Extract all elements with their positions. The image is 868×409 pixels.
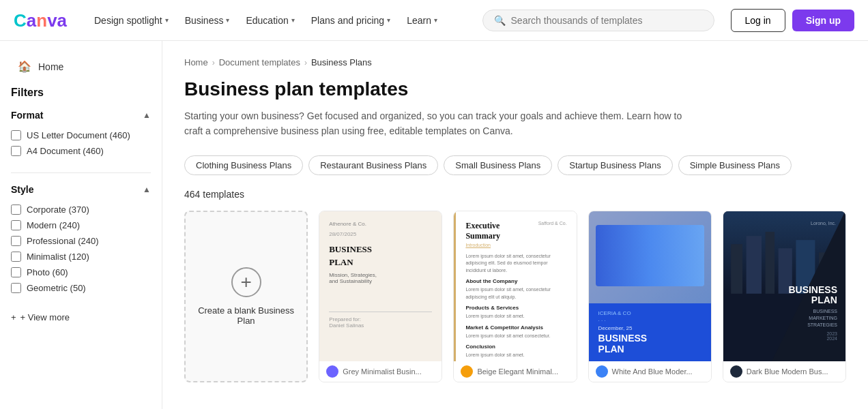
main-layout: 🏠 Home Filters Format ▲ US Letter Docume… (0, 41, 868, 409)
nav-education[interactable]: Education ▾ (239, 11, 301, 30)
svg-rect-1 (731, 244, 742, 294)
template-preview-1: Athenore & Co. 28/07/2025 BUSINESS PLAN … (319, 211, 442, 361)
filter-option-geometric[interactable]: Geometric (50) (11, 280, 151, 296)
style-filter-section: Style ▲ Corporate (370) Modern (240) Pro… (11, 184, 151, 296)
breadcrumb-home[interactable]: Home (184, 57, 208, 67)
template-avatar-3 (596, 365, 608, 378)
filter-label-photo: Photo (60) (27, 267, 68, 277)
nav-plans-pricing[interactable]: Plans and pricing ▾ (304, 11, 397, 30)
tag-startup[interactable]: Startup Business Plans (558, 155, 672, 175)
search-icon: 🔍 (494, 15, 506, 26)
preview-company-1: Athenore & Co. (329, 221, 432, 227)
chevron-down-icon: ▾ (226, 16, 229, 24)
signup-button[interactable]: Sign up (792, 10, 854, 31)
home-icon: 🏠 (18, 60, 31, 73)
sidebar: 🏠 Home Filters Format ▲ US Letter Docume… (0, 41, 162, 409)
svg-rect-2 (746, 236, 761, 294)
breadcrumb-sep-1: › (212, 58, 215, 67)
filter-option-a4[interactable]: A4 Document (460) (11, 143, 151, 159)
template-footer-2: Beige Elegant Minimal... (454, 361, 576, 382)
template-count: 464 templates (184, 189, 846, 200)
tag-clothing[interactable]: Clothing Business Plans (184, 155, 303, 175)
filter-option-us-letter[interactable]: US Letter Document (460) (11, 127, 151, 143)
filter-checkbox-minimalist[interactable] (11, 252, 21, 262)
filter-checkbox-modern[interactable] (11, 220, 21, 230)
format-section-title: Format (11, 110, 43, 121)
template-name-2: Beige Elegant Minimal... (477, 367, 558, 376)
filter-checkbox-a4[interactable] (11, 146, 21, 156)
filter-checkbox-us-letter[interactable] (11, 130, 21, 140)
template-preview-3: ICERIA & CO · · · December, 25 BUSINESS … (589, 211, 711, 361)
template-footer-3: White And Blue Moder... (589, 361, 711, 382)
svg-text:Canva: Canva (14, 10, 68, 31)
tag-small[interactable]: Small Business Plans (444, 155, 552, 175)
template-card-1[interactable]: Athenore & Co. 28/07/2025 BUSINESS PLAN … (319, 211, 442, 382)
filter-checkbox-professional[interactable] (11, 236, 21, 246)
create-blank-card[interactable]: + Create a blank Business Plan (184, 211, 308, 382)
search-input[interactable] (511, 15, 703, 26)
filter-label-minimalist: Minimalist (120) (27, 252, 89, 262)
style-section-title: Style (11, 184, 33, 195)
template-avatar-4 (730, 365, 742, 378)
filter-option-minimalist[interactable]: Minimalist (120) (11, 249, 151, 264)
template-name-3: White And Blue Moder... (612, 367, 693, 376)
filter-label-corporate: Corporate (370) (27, 204, 89, 215)
chevron-down-icon: ▾ (387, 16, 390, 24)
template-name-4: Dark Blue Modern Bus... (747, 367, 828, 376)
filter-option-modern[interactable]: Modern (240) (11, 217, 151, 233)
tag-restaurant[interactable]: Restaurant Business Plans (308, 155, 438, 175)
filter-label-us-letter: US Letter Document (460) (27, 130, 130, 140)
filter-label-professional: Professional (240) (27, 236, 99, 246)
view-more-label: + View more (20, 312, 70, 322)
create-blank-plus-icon: + (231, 267, 261, 297)
filter-checkbox-photo[interactable] (11, 267, 21, 277)
page-description: Starting your own business? Get focused … (184, 108, 696, 139)
breadcrumb-current: Business Plans (311, 57, 372, 67)
filter-option-photo[interactable]: Photo (60) (11, 264, 151, 280)
filter-option-corporate[interactable]: Corporate (370) (11, 202, 151, 217)
breadcrumb: Home › Document templates › Business Pla… (184, 57, 846, 67)
nav-business[interactable]: Business ▾ (178, 11, 237, 30)
template-avatar-2 (461, 365, 473, 378)
style-section-header[interactable]: Style ▲ (11, 184, 151, 195)
templates-grid: + Create a blank Business Plan Athenore … (184, 211, 846, 382)
view-more-button[interactable]: + + View more (11, 309, 151, 325)
template-avatar-1 (326, 365, 338, 378)
template-name-1: Grey Minimalist Busin... (343, 367, 422, 376)
filter-label-modern: Modern (240) (27, 220, 80, 230)
filter-label-geometric: Geometric (50) (27, 283, 86, 293)
canva-logo[interactable]: Canva (14, 10, 68, 31)
template-footer-1: Grey Minimalist Busin... (319, 361, 442, 382)
template-card-3[interactable]: ICERIA & CO · · · December, 25 BUSINESS … (588, 211, 712, 382)
sidebar-home-label: Home (38, 61, 63, 72)
nav-design-spotlight[interactable]: Design spotlight ▾ (87, 11, 175, 30)
filter-label-a4: A4 Document (460) (27, 146, 104, 156)
breadcrumb-sep-2: › (304, 58, 307, 67)
chevron-down-icon: ▾ (291, 16, 295, 24)
filter-checkbox-corporate[interactable] (11, 204, 21, 215)
header-actions: Log in Sign up (731, 9, 854, 32)
header: Canva Design spotlight ▾ Business ▾ Educ… (0, 0, 868, 41)
filter-checkbox-geometric[interactable] (11, 283, 21, 293)
main-content: Home › Document templates › Business Pla… (162, 41, 868, 409)
template-card-2[interactable]: Executive Summary Introduction Safford &… (453, 211, 577, 382)
filter-option-professional[interactable]: Professional (240) (11, 233, 151, 249)
chevron-down-icon: ▾ (165, 16, 169, 24)
format-filter-section: Format ▲ US Letter Document (460) A4 Doc… (11, 110, 151, 159)
main-nav: Design spotlight ▾ Business ▾ Education … (87, 11, 477, 30)
breadcrumb-document-templates[interactable]: Document templates (219, 57, 300, 67)
template-card-4[interactable]: Lorono, Inc. BUSINESS PLAN BUSINESSMARKE… (723, 211, 846, 382)
page-title: Business plan templates (184, 78, 846, 100)
nav-learn[interactable]: Learn ▾ (400, 11, 444, 30)
sidebar-home[interactable]: 🏠 Home (11, 55, 151, 78)
plus-icon: + (11, 312, 16, 322)
template-preview-4: Lorono, Inc. BUSINESS PLAN BUSINESSMARKE… (723, 211, 845, 361)
format-toggle-icon: ▲ (143, 110, 151, 120)
template-preview-2: Executive Summary Introduction Safford &… (454, 211, 576, 361)
search-bar: 🔍 (482, 10, 714, 31)
login-button[interactable]: Log in (731, 9, 785, 32)
filters-title: Filters (11, 87, 151, 99)
tag-simple[interactable]: Simple Business Plans (678, 155, 792, 175)
template-footer-4: Dark Blue Modern Bus... (723, 361, 845, 382)
format-section-header[interactable]: Format ▲ (11, 110, 151, 121)
